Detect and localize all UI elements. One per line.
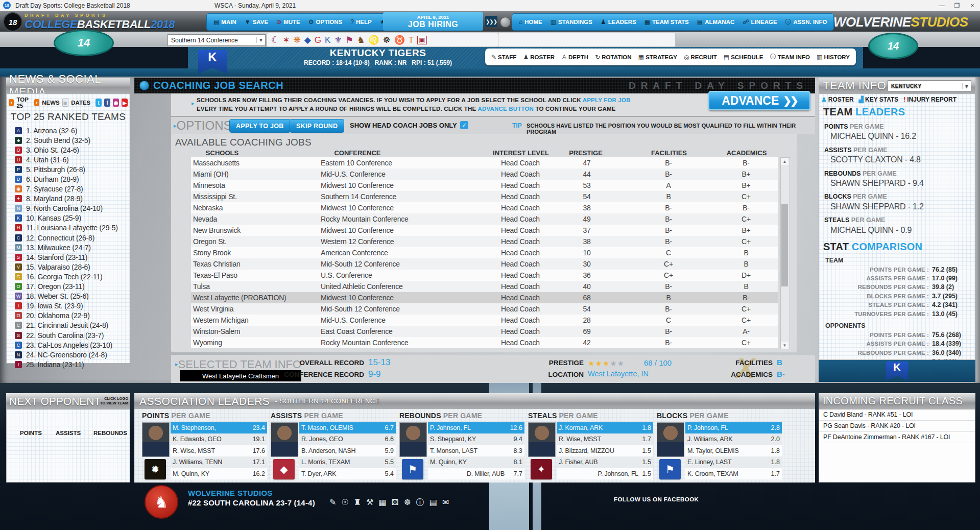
leader-row[interactable]: T. Dyer, ARK5.4 — [299, 468, 396, 479]
table-row[interactable]: Winston-SalemEast Coast ConferenceHead C… — [191, 326, 778, 337]
leader-row[interactable]: P. Johnson, FL2.8 — [685, 422, 782, 433]
leader-row[interactable]: T. Monson, LAST8.3 — [428, 445, 524, 456]
apply-for-job-link[interactable]: APPLY FOR JOB — [583, 97, 631, 103]
table-row[interactable]: Miami (OH)Mid-U.S. ConferenceHead Coach4… — [191, 168, 778, 180]
list-item[interactable]: ✦8. Maryland (28-9) — [15, 194, 130, 204]
table-row[interactable]: Mississippi St.Southern 14 ConferenceHea… — [191, 191, 778, 202]
team-icon[interactable]: ♌ — [368, 36, 379, 44]
list-item[interactable]: N24. NC-Greensboro (24-8) — [15, 350, 130, 359]
book-icon[interactable]: ▤ — [429, 497, 437, 508]
tab-recruit[interactable]: ◎RECRUIT — [684, 54, 717, 61]
leader-row[interactable]: R. Jones, GEO6.6 — [299, 433, 396, 445]
team-icon[interactable]: ◆ — [304, 36, 311, 44]
mail-icon[interactable]: ✉ — [442, 497, 449, 508]
tab-top25[interactable]: TOP 25 — [16, 97, 31, 109]
table-row[interactable]: West VirginiaMid-South 12 ConferenceHead… — [191, 303, 778, 315]
leader-row[interactable]: M. Quinn, KY16.2 — [171, 468, 267, 479]
table-row[interactable]: Stony BrookAmerican ConferenceHead Coach… — [191, 247, 778, 258]
leader-row[interactable]: P. Johnson, FL12.6 — [428, 422, 524, 433]
twitter-icon[interactable]: t — [95, 99, 102, 107]
team-icon[interactable]: ♞ — [357, 36, 365, 44]
tab-injury-report[interactable]: !INJURY REPORT — [903, 96, 957, 103]
scroll-down-icon[interactable]: ▼ — [781, 342, 788, 349]
leader-row[interactable]: D. Miller, AUB7.7 — [428, 468, 524, 479]
close-button[interactable]: × — [965, 0, 980, 11]
list-item[interactable]: I19. Iowa St. (23-9) — [15, 301, 130, 311]
team-select[interactable]: KENTUCKY ▾ — [888, 80, 971, 91]
scrollbar[interactable]: ▲ ▼ — [780, 157, 790, 349]
tab-roster[interactable]: ♟ROSTER — [523, 54, 555, 61]
tab-schedule[interactable]: ▤SCHEDULE — [724, 54, 763, 61]
leader-row[interactable]: B. Anderson, NASH5.9 — [299, 445, 396, 456]
tab-dates[interactable]: DATES — [71, 100, 90, 106]
tab-team-info[interactable]: ⓘTEAM INFO — [770, 53, 810, 61]
list-item[interactable]: C12. Connecticut (26-8) — [15, 233, 130, 243]
leader-row[interactable]: L. Morris, TEXAM5.5 — [299, 456, 396, 468]
tab-strategy[interactable]: ▦STRATEGY — [638, 54, 677, 61]
tab-staff[interactable]: ✎STAFF — [491, 54, 516, 61]
team-icon[interactable]: ❋ — [294, 36, 301, 44]
leader-row[interactable]: M. Quinn, KY8.1 — [428, 456, 524, 468]
instagram-icon[interactable]: ◉ — [113, 99, 119, 107]
table-row[interactable]: WyomingRocky Mountain ConferenceHead Coa… — [191, 337, 778, 348]
leader-row[interactable]: J. Blizzard, MIZZOU1.5 — [557, 445, 653, 456]
team-icon[interactable]: ⚑ — [346, 36, 353, 44]
scroll-up-icon[interactable]: ▲ — [781, 158, 788, 165]
leader-row[interactable]: J. Korman, ARK1.8 — [557, 422, 653, 433]
ball-icon[interactable]: ☉ — [341, 497, 348, 508]
grid-icon[interactable]: ▦ — [378, 497, 386, 508]
list-item[interactable]: O3. Ohio St. (24-6) — [15, 145, 130, 155]
table-row[interactable]: Western MichiganMid-U.S. ConferenceHead … — [191, 315, 778, 326]
list-item[interactable]: S22. South Carolina (23-7) — [15, 330, 130, 340]
leader-row[interactable]: S. Sheppard, KY9.4 — [428, 433, 524, 445]
leader-row[interactable]: T. Mason, OLEMIS6.7 — [299, 422, 396, 433]
table-row[interactable]: NebraskaMidwest 10 ConferenceHead Coach3… — [191, 202, 778, 213]
minimize-button[interactable]: — — [934, 0, 949, 11]
tab-news[interactable]: NEWS — [42, 100, 60, 106]
trophy-icon[interactable]: ♜ — [354, 497, 361, 508]
list-item[interactable]: ♣2. South Bend (32-5) — [15, 135, 130, 145]
team-icon[interactable]: ✶ — [282, 36, 290, 44]
wheel-icon[interactable]: ☸ — [403, 497, 411, 508]
leader-row[interactable]: K. Edwards, GEO19.1 — [171, 433, 267, 445]
list-item[interactable]: S14. Stanford (23-11) — [15, 252, 130, 262]
list-item[interactable]: A1. Arizona (32-6) — [15, 126, 130, 135]
table-row[interactable]: New BrunswickMidwest 10 ConferenceHead C… — [191, 225, 778, 236]
leaders-button[interactable]: ♟LEADERS — [597, 15, 640, 29]
main-button[interactable]: ▤MAIN — [210, 15, 240, 29]
save-button[interactable]: ▼SAVE — [241, 15, 272, 29]
tools-icon[interactable]: ⚒ — [366, 497, 373, 508]
leader-row[interactable]: E. Linney, LAST1.8 — [685, 456, 782, 468]
list-item[interactable]: ◉7. Syracuse (27-8) — [15, 184, 130, 194]
conference-select[interactable]: Southern 14 Conference ▾ — [168, 34, 266, 46]
list-item[interactable]: U4. Utah (31-6) — [15, 155, 130, 164]
mute-button[interactable]: ⊘MUTE — [273, 15, 304, 29]
tab-rotation[interactable]: ↻ROTATION — [595, 54, 631, 61]
leader-row[interactable]: K. Croom, TEXAM1.7 — [685, 468, 782, 479]
table-row[interactable]: MassachusettsEastern 10 ConferenceHead C… — [191, 157, 778, 168]
list-item[interactable]: D6. Durham (28-9) — [15, 174, 130, 184]
table-row-selected[interactable]: West Lafayette (PROBATION)Midwest 10 Con… — [191, 292, 778, 303]
help-button[interactable]: ?HELP — [347, 15, 375, 29]
table-row[interactable]: Oregon St.Western 12 ConferenceHead Coac… — [191, 236, 778, 247]
advance-button-link[interactable]: ADVANCE BUTTON — [477, 106, 534, 112]
team-icon[interactable]: ▣ — [417, 36, 426, 44]
table-row[interactable]: MinnesotaMidwest 10 ConferenceHead Coach… — [191, 180, 778, 191]
leader-row[interactable]: J. Fisher, AUB1.5 — [557, 456, 653, 468]
leader-row[interactable]: P. Johnson, FL1.5 — [557, 468, 653, 479]
footer-team-logo[interactable]: ♞ — [145, 485, 178, 519]
list-item[interactable]: G16. Georgia Tech (22-11) — [15, 272, 130, 281]
options-button[interactable]: ⚙OPTIONS — [305, 15, 346, 29]
team-icon[interactable]: T — [409, 36, 414, 44]
youtube-icon[interactable]: ▶ — [122, 99, 128, 107]
lineage-button[interactable]: ☍LINEAGE — [739, 15, 780, 29]
list-item[interactable]: C21. Cincinnati Jesuit (24-8) — [15, 321, 130, 330]
team-icon[interactable]: ☸ — [383, 36, 390, 44]
standings-button[interactable]: ▥STANDINGS — [547, 15, 596, 29]
head-coach-filter-checkbox[interactable]: ✓ — [460, 121, 468, 129]
table-row[interactable]: Texas ChristianMid-South 12 ConferenceHe… — [191, 258, 778, 270]
skip-round-button[interactable]: SKIP ROUND — [290, 119, 344, 133]
table-row[interactable]: TulsaUnited Athletic ConferenceHead Coac… — [191, 281, 778, 292]
team-stats-button[interactable]: ▦TEAM STATS — [641, 15, 692, 29]
home-button[interactable]: ⌂HOME — [515, 15, 546, 29]
